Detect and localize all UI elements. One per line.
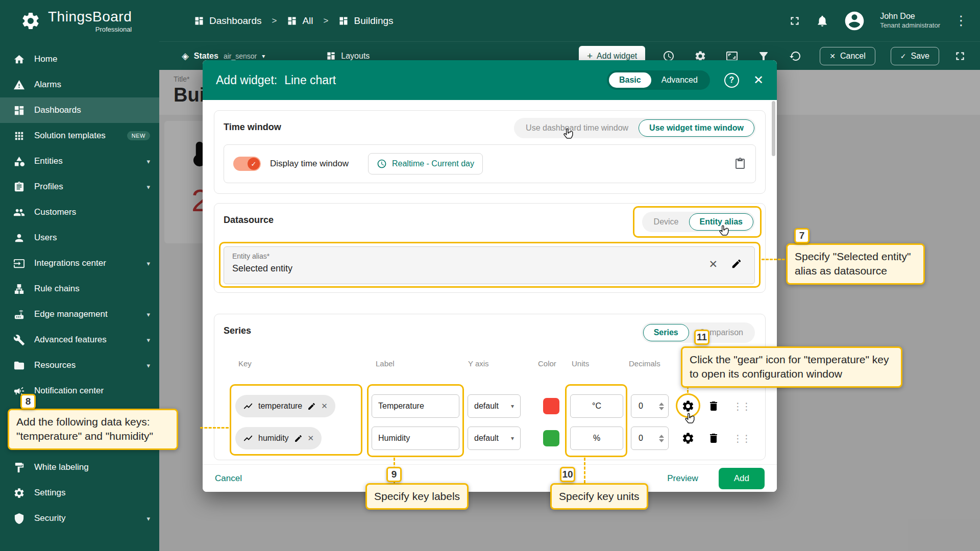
modal-scrollbar[interactable] <box>772 101 775 156</box>
sidebar-item-security[interactable]: Security▾ <box>0 506 159 531</box>
notifications-bell-icon[interactable] <box>816 14 829 28</box>
fullscreen-icon[interactable] <box>953 49 967 63</box>
dialog-cancel-button[interactable]: Cancel <box>215 473 242 484</box>
sidebar-item-customers[interactable]: Customers <box>0 199 159 225</box>
delete-key-trash-icon[interactable] <box>707 400 720 412</box>
apply-time-window-icon[interactable] <box>734 158 746 170</box>
display-time-window-toggle[interactable]: ✓ <box>233 157 261 171</box>
avatar[interactable] <box>843 10 866 32</box>
sidebar-item-rule-chains[interactable]: Rule chains <box>0 276 159 302</box>
toggle-knob: ✓ <box>248 158 260 170</box>
sidebar-item-profiles[interactable]: Profiles▾ <box>0 174 159 199</box>
chevron-down-icon: ▾ <box>146 311 150 318</box>
edit-alias-pencil-icon[interactable] <box>731 258 742 269</box>
sidebar-item-integrations-center[interactable]: Integrations center▾ <box>0 251 159 276</box>
layouts-button[interactable]: Layouts <box>326 51 370 61</box>
callout-10: Specify key units <box>550 483 648 510</box>
dialog-footer: Cancel Preview Add <box>203 464 777 492</box>
sidebar-item-label: Profiles <box>34 182 63 192</box>
realtime-current-day-button[interactable]: Realtime - Current day <box>368 153 483 174</box>
decimals-stepper[interactable]: 0 <box>631 394 669 418</box>
label-value: Temperature <box>378 402 424 411</box>
version-history-icon[interactable] <box>789 50 801 62</box>
close-dialog-icon[interactable]: ✕ <box>753 73 764 87</box>
preview-button[interactable]: Preview <box>667 473 698 484</box>
yaxis-select[interactable]: default▾ <box>468 394 521 418</box>
color-swatch[interactable] <box>543 430 559 446</box>
dashboards-icon <box>194 16 204 26</box>
use-dashboard-time-window-button[interactable]: Use dashboard time window <box>516 119 639 137</box>
tab-advanced[interactable]: Advanced <box>651 72 708 88</box>
breadcrumb-dashboards[interactable]: Dashboards <box>194 15 261 27</box>
callout-9-number: 9 <box>386 467 402 482</box>
entity-alias-button[interactable]: Entity alias <box>689 213 753 231</box>
sidebar-item-alarms[interactable]: Alarms <box>0 72 159 97</box>
sidebar-item-users[interactable]: Users <box>0 225 159 251</box>
sidebar-item-settings[interactable]: Settings <box>0 480 159 506</box>
clear-alias-icon[interactable]: ✕ <box>708 258 718 270</box>
remove-key-icon[interactable]: ✕ <box>308 434 314 443</box>
edit-key-pencil-icon[interactable] <box>307 402 316 411</box>
brand-title: ThingsBoard <box>48 9 132 25</box>
thingsboard-logo[interactable]: ThingsBoard Professional <box>20 9 163 33</box>
drag-handle[interactable]: ⋮⋮ <box>733 400 750 412</box>
sidebar-item-home[interactable]: Home <box>0 46 159 72</box>
use-widget-time-window-button[interactable]: Use widget time window <box>639 119 754 137</box>
device-button[interactable]: Device <box>644 213 689 231</box>
layouts-icon <box>326 51 336 61</box>
sidebar-item-resources[interactable]: Resources▾ <box>0 353 159 378</box>
decrement-icon[interactable] <box>659 439 664 442</box>
label-input[interactable]: Temperature <box>372 394 459 418</box>
sidebar-item-label: Security <box>34 513 65 523</box>
drag-handle[interactable]: ⋮⋮ <box>733 433 750 444</box>
units-input[interactable]: °C <box>570 394 623 418</box>
sidebar-item-label: Dashboards <box>34 105 81 115</box>
sidebar-item-advanced-features[interactable]: Advanced features▾ <box>0 327 159 353</box>
sidebar-item-entities[interactable]: Entities▾ <box>0 148 159 174</box>
sidebar-item-label: Rule chains <box>34 284 80 294</box>
yaxis-select[interactable]: default▾ <box>468 427 521 450</box>
sidebar-item-edge-management[interactable]: Edge management▾ <box>0 302 159 327</box>
apps-icon <box>13 130 25 142</box>
key-settings-gear-icon[interactable] <box>681 432 695 445</box>
units-value: % <box>593 434 600 443</box>
timeseries-icon <box>243 401 253 411</box>
color-swatch[interactable] <box>543 398 559 414</box>
toolbar-save-button[interactable]: ✓ Save <box>891 47 939 65</box>
kebab-menu-icon[interactable]: ⋮ <box>954 13 968 29</box>
add-widget-label: Add widget <box>597 52 637 61</box>
callout-7-number: 7 <box>794 228 810 243</box>
units-input[interactable]: % <box>570 427 623 450</box>
key-settings-gear-icon[interactable] <box>681 399 695 413</box>
breadcrumb-all[interactable]: All <box>287 15 313 27</box>
decimals-stepper[interactable]: 0 <box>631 427 669 450</box>
entity-alias-field[interactable]: Entity alias* Selected entity ✕ <box>224 246 755 284</box>
rule-chains-icon <box>13 283 25 295</box>
sidebar-item-white-labeling[interactable]: White labeling <box>0 455 159 480</box>
label-input[interactable]: Humidity <box>372 427 459 450</box>
toolbar-cancel-button[interactable]: ✕ Cancel <box>820 47 875 65</box>
breadcrumb-buildings[interactable]: Buildings <box>338 15 393 27</box>
realtime-label: Realtime - Current day <box>392 159 474 168</box>
increment-icon[interactable] <box>659 403 664 406</box>
series-tab-button[interactable]: Series <box>643 324 689 341</box>
increment-icon[interactable] <box>659 435 664 438</box>
callout-9: Specify key labels <box>365 483 469 510</box>
sidebar-item-solution-templates[interactable]: Solution templatesNEW <box>0 123 159 148</box>
add-button[interactable]: Add <box>719 468 765 489</box>
data-key-chip-humidity[interactable]: humidity ✕ <box>235 427 322 449</box>
decrement-icon[interactable] <box>659 407 664 410</box>
data-key-chip-temperature[interactable]: temperature ✕ <box>235 395 335 417</box>
fullscreen-icon[interactable] <box>788 14 801 28</box>
user-name: John Doe <box>880 11 940 21</box>
edit-key-pencil-icon[interactable] <box>294 434 303 443</box>
units-value: °C <box>592 402 601 411</box>
help-button[interactable]: ? <box>724 73 739 88</box>
top-bar: ThingsBoard Professional Dashboards > Al… <box>0 0 980 41</box>
remove-key-icon[interactable]: ✕ <box>321 402 328 411</box>
toolbar-cancel-label: Cancel <box>840 52 866 61</box>
delete-key-trash-icon[interactable] <box>707 432 720 444</box>
sidebar-item-label: Customers <box>34 207 76 217</box>
tab-basic[interactable]: Basic <box>609 72 651 88</box>
sidebar-item-dashboards[interactable]: Dashboards <box>0 97 159 123</box>
